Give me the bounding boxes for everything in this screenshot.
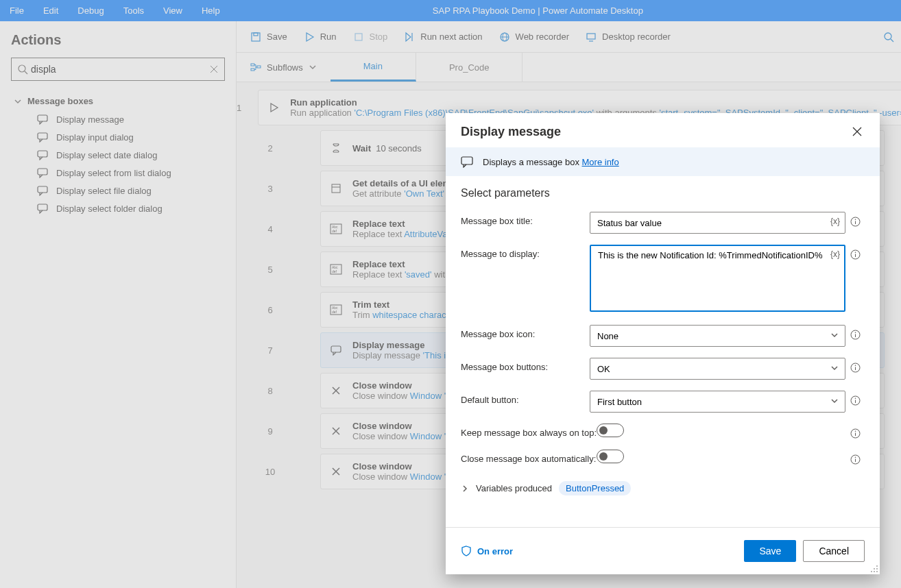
resize-grip-icon[interactable] [870,565,878,573]
fx-button-message[interactable]: {x} [830,249,840,259]
dialog-title: Display message [461,125,561,139]
svg-point-62 [854,397,856,399]
info-icon[interactable] [845,245,865,260]
shield-icon [461,546,472,556]
svg-point-68 [854,456,856,458]
svg-rect-47 [461,157,472,164]
toggle-autoclose[interactable] [597,450,624,463]
info-icon[interactable] [845,450,865,465]
message-icon [461,156,473,168]
select-message-box-icon[interactable]: None [590,325,845,347]
save-button[interactable]: Save [744,540,796,562]
svg-point-53 [854,252,856,253]
select-default-button[interactable]: First button [590,391,845,413]
svg-point-70 [876,568,878,569]
label-title: Message box title: [461,212,590,226]
svg-point-73 [874,571,875,572]
info-icon[interactable] [845,391,865,406]
more-info-link[interactable]: More info [582,157,619,167]
info-icon[interactable] [845,424,865,439]
fx-button-title[interactable]: {x} [830,217,840,226]
dialog-close-button[interactable] [850,124,865,139]
svg-point-69 [876,565,878,567]
label-buttons: Message box buttons: [461,358,590,372]
svg-point-56 [854,332,856,333]
on-error-label: On error [477,546,513,556]
variables-produced-row[interactable]: Variables produced ButtonPressed [461,481,865,495]
variables-produced-label: Variables produced [476,483,552,493]
label-message: Message to display: [461,245,590,259]
label-default: Default button: [461,391,590,405]
section-title: Select parameters [461,187,865,199]
dialog-info-text: Displays a message box [483,157,582,167]
svg-point-65 [854,430,856,432]
svg-point-71 [874,568,875,569]
label-ontop: Keep message box always on top: [461,424,597,438]
svg-point-74 [871,571,872,572]
select-message-box-buttons[interactable]: OK [590,358,845,380]
svg-point-72 [876,571,878,572]
toggle-always-on-top[interactable] [597,424,624,437]
chevron-right-icon [461,485,469,493]
info-icon[interactable] [845,325,865,340]
input-message-box-title[interactable] [590,212,845,234]
on-error-button[interactable]: On error [461,546,513,556]
display-message-dialog: Display message Displays a message box M… [446,113,880,574]
svg-point-50 [854,219,856,220]
cancel-button[interactable]: Cancel [803,540,865,562]
info-icon[interactable] [845,212,865,227]
info-icon[interactable] [845,358,865,373]
dialog-infobar: Displays a message box More info [446,147,880,176]
label-icon: Message box icon: [461,325,590,339]
variable-badge[interactable]: ButtonPressed [559,481,631,495]
close-icon [852,127,862,136]
label-autoclose: Close message box automatically: [461,450,597,464]
input-message-to-display[interactable] [590,245,845,312]
svg-point-59 [854,365,856,366]
